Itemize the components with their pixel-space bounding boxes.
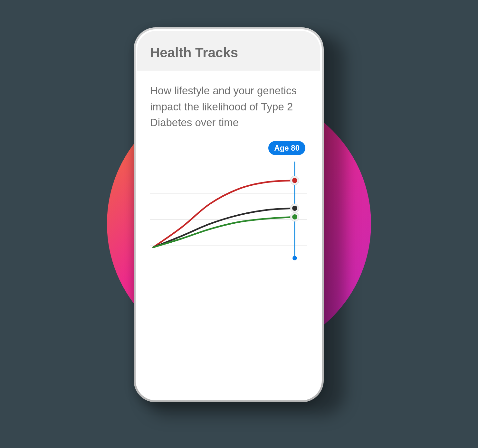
- phone-mockup: Health Tracks How lifestyle and your gen…: [134, 27, 324, 402]
- promo-canvas: Health Tracks How lifestyle and your gen…: [0, 0, 478, 448]
- page-title: Health Tracks: [150, 45, 307, 61]
- marker-handle-icon[interactable]: [292, 256, 297, 260]
- dot-high-risk: [290, 176, 299, 185]
- app-content: How lifestyle and your genetics impact t…: [137, 70, 320, 277]
- chart-svg: [150, 155, 307, 271]
- svg-point-5: [292, 214, 297, 219]
- phone-bezel: Health Tracks How lifestyle and your gen…: [136, 29, 322, 400]
- svg-point-1: [292, 178, 297, 183]
- risk-chart: Age 80: [150, 142, 307, 277]
- app-header: Health Tracks: [137, 31, 320, 70]
- app-screen: Health Tracks How lifestyle and your gen…: [137, 31, 320, 399]
- series-high-risk: [153, 180, 295, 247]
- dot-baseline: [290, 204, 299, 213]
- age-marker-pill[interactable]: Age 80: [268, 141, 305, 155]
- svg-point-3: [292, 206, 297, 211]
- dot-healthy: [290, 212, 299, 221]
- chart-description: How lifestyle and your genetics impact t…: [150, 83, 307, 131]
